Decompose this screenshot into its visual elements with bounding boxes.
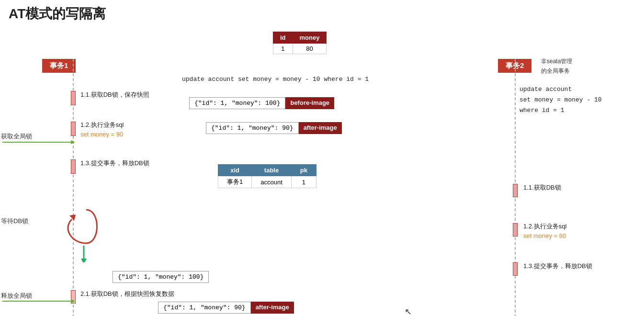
after-image-code: {"id": 1, "money": 90} bbox=[206, 122, 299, 134]
before-image-code: {"id": 1, "money": 100} bbox=[189, 97, 285, 109]
wait-db-lock-label: 等待DB锁 bbox=[1, 217, 28, 226]
xid-table: xid table pk 事务1 account 1 bbox=[218, 164, 316, 188]
main-sql: update account set money = money - 10 wh… bbox=[182, 76, 369, 83]
col-money: money bbox=[293, 32, 327, 44]
release-global-lock-label: 释放全局锁 bbox=[1, 292, 32, 300]
xid-cell-xid: 事务1 bbox=[218, 176, 252, 188]
before-image-container: {"id": 1, "money": 100} before-image bbox=[189, 97, 334, 109]
svg-marker-3 bbox=[81, 259, 87, 262]
svg-marker-2 bbox=[69, 214, 76, 221]
svg-marker-5 bbox=[71, 299, 74, 303]
after-image2-code: {"id": 1, "money": 90} bbox=[158, 302, 251, 314]
step2-1-text: 2.1.获取DB锁，根据快照恢复数据 bbox=[80, 289, 174, 299]
cursor-icon: ↖ bbox=[405, 306, 412, 316]
xid-cell-pk: 1 bbox=[291, 176, 316, 188]
tx2-step1-2-text: 1.2.执行业务sql set money = 80 bbox=[523, 222, 566, 240]
page-title: AT模式的写隔离 bbox=[0, 0, 644, 28]
tx1-label: 事务1 bbox=[42, 59, 76, 73]
get-global-lock-label: 获取全局锁 bbox=[1, 132, 32, 141]
svg-marker-1 bbox=[71, 140, 74, 144]
top-data-table: id money 1 80 bbox=[273, 32, 327, 54]
after-image2-label: after-image bbox=[251, 302, 294, 314]
xid-col-xid: xid bbox=[218, 165, 252, 176]
tx2-step1-3-text: 1.3.提交事务，释放DB锁 bbox=[523, 261, 592, 271]
tx2-step1-1-text: 1.1.获取DB锁 bbox=[523, 183, 561, 192]
tx2-sql: update account set money = money - 10 wh… bbox=[520, 84, 602, 116]
xid-col-table: table bbox=[252, 165, 292, 176]
step1-1-rect bbox=[71, 91, 76, 105]
rollback-code-container: {"id": 1, "money": 100} bbox=[113, 271, 209, 283]
xid-cell-table: account bbox=[252, 176, 292, 188]
after-image-container: {"id": 1, "money": 90} after-image bbox=[206, 122, 342, 134]
tx2-step1-2-rect bbox=[513, 223, 518, 237]
rollback-code: {"id": 1, "money": 100} bbox=[113, 271, 209, 283]
wait-db-lock-arrow bbox=[57, 205, 101, 262]
step1-2-rect bbox=[71, 122, 76, 136]
tx2-step1-1-rect bbox=[513, 184, 518, 197]
step1-1-text: 1.1.获取DB锁，保存快照 bbox=[80, 90, 149, 100]
after-image2-container: {"id": 1, "money": 90} after-image bbox=[158, 302, 294, 314]
step1-3-text: 1.3.提交事务，释放DB锁 bbox=[80, 158, 149, 168]
col-id: id bbox=[273, 32, 293, 44]
after-image-label: after-image bbox=[299, 122, 342, 134]
step1-2-text: 1.2.执行业务sql set money = 90 bbox=[80, 120, 124, 139]
xid-col-pk: pk bbox=[291, 165, 316, 176]
cell-money: 80 bbox=[293, 44, 327, 54]
cell-id: 1 bbox=[273, 44, 293, 54]
tx2-step1-3-rect bbox=[513, 262, 518, 276]
before-image-label: before-image bbox=[285, 97, 334, 109]
tx2-note: 非seata管理 的全局事务 bbox=[541, 56, 572, 76]
step1-3-rect bbox=[71, 159, 76, 174]
